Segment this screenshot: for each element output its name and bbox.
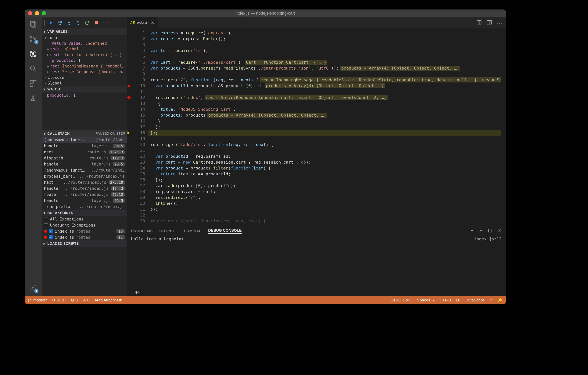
split-editor-icon[interactable] xyxy=(486,20,492,26)
callstack-frame[interactable]: next.../router/index.js275:10 xyxy=(42,179,127,185)
scm-badge: 4 xyxy=(34,40,38,44)
minimap[interactable] xyxy=(501,28,506,226)
azure-icon[interactable] xyxy=(29,94,37,102)
panel-tab-output[interactable]: OUTPUT xyxy=(159,229,175,233)
repl-input[interactable] xyxy=(135,290,188,295)
callstack-frame[interactable]: handlelayer.js95:5 xyxy=(42,198,127,204)
callstack-frame[interactable]: handlelayer.js95:5 xyxy=(42,161,127,167)
line-gutter[interactable]: 1234567891011121314151617181920212223242… xyxy=(131,28,148,226)
variables-header[interactable]: ▾VARIABLES xyxy=(42,28,127,35)
breakpoint-item[interactable]: index.js routes12 xyxy=(42,234,127,240)
tab-index-js[interactable]: JS index.js × xyxy=(127,17,158,28)
variable-row[interactable]: ▸res: ServerResponse {domain: null… xyxy=(42,69,127,75)
breakpoint-item[interactable]: index.js routes10 xyxy=(42,228,127,234)
vscode-window: index.js — nodejs-shopping-cart 4 1 ⋯ xyxy=(25,10,506,304)
svg-point-7 xyxy=(31,66,34,70)
debug-icon[interactable] xyxy=(29,50,37,58)
settings-icon[interactable]: 1 xyxy=(29,284,37,292)
search-icon[interactable] xyxy=(29,65,37,73)
more-actions-icon[interactable]: ⋯ xyxy=(497,20,502,26)
status-errors[interactable]: ⊘ 0 xyxy=(71,298,78,302)
callstack-frame[interactable]: trim_prefix.../router/index.js xyxy=(42,204,127,210)
activity-bar: 4 1 xyxy=(25,17,42,296)
status-warnings[interactable]: ⚠ 0 xyxy=(83,298,90,302)
callstack-header[interactable]: ▾CALL STACKPAUSED ON STEP xyxy=(42,131,127,137)
status-encoding[interactable]: UTF-8 xyxy=(440,298,451,302)
status-language[interactable]: JavaScript xyxy=(465,298,484,302)
close-panel-icon[interactable] xyxy=(497,228,502,234)
callstack-frame[interactable]: nextroute.js137:13 xyxy=(42,149,127,155)
git-branch[interactable]: master* xyxy=(28,298,47,302)
callstack-frame[interactable]: (anonymous function).../router/ind… xyxy=(42,167,127,173)
variable-row[interactable]: productId: 1 xyxy=(42,58,127,63)
chevron-up-icon[interactable] xyxy=(479,228,483,234)
callstack-frame[interactable]: handlelayer.js95:5 xyxy=(42,143,127,149)
scope-global[interactable]: ▸Global xyxy=(42,80,127,86)
callstack-frame[interactable]: router.../router/index.js47:12 xyxy=(42,191,127,198)
status-auto-attach[interactable]: Auto Attach: On xyxy=(94,298,122,302)
maximize-panel-icon[interactable] xyxy=(488,228,493,234)
debug-console-body[interactable]: Hallo from a Logpoint index.js:12 xyxy=(127,236,506,288)
more-debug-actions[interactable]: ⋯ xyxy=(103,20,108,26)
restart-button[interactable] xyxy=(84,20,90,26)
status-spaces[interactable]: Spaces: 2 xyxy=(417,298,435,302)
status-eol[interactable]: LF xyxy=(456,298,461,302)
git-sync[interactable]: ↻ 0↓ 2↑ xyxy=(52,298,66,302)
console-location[interactable]: index.js:12 xyxy=(474,237,502,287)
status-notifications-icon[interactable]: 🔔 xyxy=(498,298,503,302)
callstack-body: (anonymous function).../routes/ind…handl… xyxy=(42,137,127,210)
status-feedback-icon[interactable]: ☺ xyxy=(489,298,493,302)
compare-changes-icon[interactable] xyxy=(476,20,482,26)
bp-all-exceptions[interactable]: All Exceptions xyxy=(42,216,127,222)
variable-row[interactable]: ▸next: function next(err) { … } xyxy=(42,52,127,58)
stop-button[interactable] xyxy=(94,20,99,26)
filter-icon[interactable] xyxy=(469,228,474,234)
title-bar[interactable]: index.js — nodejs-shopping-cart xyxy=(25,10,506,17)
bp-uncaught-exceptions[interactable]: Uncaught Exceptions xyxy=(42,222,127,228)
close-window[interactable] xyxy=(28,11,32,15)
window-title: index.js — nodejs-shopping-cart xyxy=(25,11,506,16)
continue-button[interactable] xyxy=(48,20,54,26)
callstack-frame[interactable]: process_params.../router/index.js xyxy=(42,173,127,179)
code-content[interactable]: var express = require('express');var rou… xyxy=(148,28,506,226)
step-out-button[interactable] xyxy=(75,20,81,26)
variable-row[interactable]: ▸req: IncomingMessage {_readableSt… xyxy=(42,63,127,69)
checkbox[interactable] xyxy=(44,217,48,221)
callstack-frame[interactable]: handle.../router/index.js174:3 xyxy=(42,185,127,191)
glyph-margin[interactable] xyxy=(127,28,131,226)
svg-rect-19 xyxy=(488,229,492,232)
settings-badge: 1 xyxy=(34,289,38,293)
minimize-window[interactable] xyxy=(35,11,39,15)
breakpoints-header[interactable]: ▾BREAKPOINTS xyxy=(42,210,127,216)
checkbox[interactable] xyxy=(49,229,53,233)
step-over-button[interactable] xyxy=(57,20,63,26)
panel-tab-problems[interactable]: PROBLEMS xyxy=(131,229,152,233)
editor[interactable]: 1234567891011121314151617181920212223242… xyxy=(127,28,506,226)
loaded-scripts-header[interactable]: ▸LOADED SCRIPTS xyxy=(42,240,127,247)
svg-point-14 xyxy=(78,24,79,25)
svg-rect-17 xyxy=(479,21,481,24)
tab-close-icon[interactable]: × xyxy=(151,20,154,26)
watch-row[interactable]: productId: 1 xyxy=(42,92,127,98)
checkbox[interactable] xyxy=(49,235,53,239)
status-cursor-pos[interactable]: Ln 18, Col 1 xyxy=(391,298,412,302)
scope-closure[interactable]: ▸Closure xyxy=(42,75,127,80)
callstack-frame[interactable]: (anonymous function).../routes/ind… xyxy=(42,137,127,143)
checkbox[interactable] xyxy=(44,223,48,227)
step-into-button[interactable] xyxy=(66,20,72,26)
panel-tab-terminal[interactable]: TERMINAL xyxy=(182,229,201,233)
callstack-frame[interactable]: dispatchroute.js112:3 xyxy=(42,155,127,161)
extensions-icon[interactable] xyxy=(29,79,37,88)
variable-row[interactable]: ▸this: global xyxy=(42,46,127,52)
scope-local[interactable]: ▾Local xyxy=(42,35,127,41)
svg-rect-8 xyxy=(30,80,33,83)
explorer-icon[interactable] xyxy=(29,20,37,28)
maximize-window[interactable] xyxy=(42,11,46,15)
source-control-icon[interactable]: 4 xyxy=(29,35,37,43)
logpoint-icon xyxy=(43,235,48,240)
svg-point-6 xyxy=(32,53,34,54)
svg-rect-15 xyxy=(95,21,98,24)
variable-row[interactable]: Return value: undefined xyxy=(42,41,127,46)
panel-tab-debug-console[interactable]: DEBUG CONSOLE xyxy=(208,228,242,234)
watch-header[interactable]: ▾WATCH xyxy=(42,86,127,92)
